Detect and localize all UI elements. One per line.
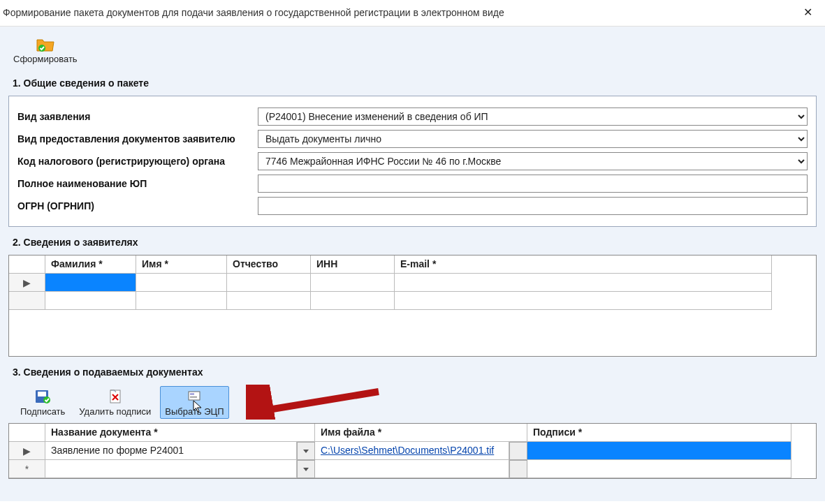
applicants-grid[interactable]: Фамилия * Имя * Отчество ИНН E-mail * ▶ [8, 255, 817, 357]
tax-code-select[interactable]: 7746 Межрайонная ИФНС России № 46 по г.М… [258, 152, 808, 170]
application-type-select[interactable]: (Р24001) Внесение изменений в сведения о… [258, 108, 808, 126]
ogrn-input[interactable] [258, 197, 808, 215]
row-handle[interactable] [9, 292, 45, 310]
file-link-cell[interactable]: C:\Users\Sehmet\Documents\P24001.tif [315, 442, 509, 460]
lastname-cell[interactable] [45, 274, 136, 292]
file-browse-button[interactable] [509, 460, 527, 478]
floppy-check-icon [33, 388, 52, 405]
close-icon[interactable]: ✕ [799, 4, 817, 20]
signatures-cell[interactable] [527, 460, 791, 478]
file-browse-button[interactable] [509, 442, 527, 460]
sign-label: Подписать [20, 406, 65, 417]
svg-rect-5 [189, 392, 200, 400]
window-title: Формирование пакета документов для подач… [3, 7, 504, 18]
delete-sign-button[interactable]: Удалить подписи [74, 386, 156, 419]
table-row[interactable] [9, 292, 816, 310]
table-row[interactable]: * [9, 460, 816, 478]
col-handle [9, 424, 45, 442]
form-package-label: Сформировать [13, 54, 78, 64]
patronymic-cell[interactable] [227, 274, 311, 292]
file-link-cell[interactable] [315, 460, 509, 478]
col-lastname: Фамилия * [45, 255, 136, 274]
application-type-label: Вид заявления [17, 111, 258, 122]
row-handle[interactable]: * [9, 460, 45, 478]
delivery-label: Вид предоставления документов заявителю [17, 133, 258, 144]
full-name-label: Полное наименование ЮП [17, 178, 258, 189]
col-file-name: Имя файла * [315, 424, 527, 442]
row-handle[interactable]: ▶ [9, 274, 45, 292]
folder-check-icon [36, 36, 55, 52]
delivery-select[interactable]: Выдать документы лично [258, 130, 808, 148]
signatures-cell[interactable] [527, 442, 791, 460]
tax-code-label: Код налогового (регистрирующего) органа [17, 156, 258, 167]
section2-title: 2. Сведения о заявителях [13, 237, 817, 248]
svg-rect-7 [190, 396, 197, 398]
table-row[interactable]: ▶ [9, 274, 816, 292]
form-package-button[interactable]: Сформировать [8, 34, 82, 66]
col-patronymic: Отчество [227, 255, 311, 274]
ogrn-label: ОГРН (ОГРНИП) [17, 200, 258, 212]
section3-title: 3. Сведения о подаваемых документах [13, 366, 817, 378]
documents-grid[interactable]: Название документа * Имя файла * Подписи… [8, 423, 817, 479]
delete-sign-label: Удалить подписи [79, 406, 151, 417]
firstname-cell[interactable] [136, 274, 227, 292]
certificate-icon [184, 388, 204, 405]
full-name-input[interactable] [258, 175, 808, 193]
col-signatures: Подписи * [527, 424, 791, 442]
row-handle[interactable]: ▶ [9, 442, 45, 460]
email-cell[interactable] [395, 274, 772, 292]
col-doc-name: Название документа * [45, 424, 315, 442]
col-email: E-mail * [395, 255, 772, 274]
section1-title: 1. Общие сведения о пакете [13, 77, 817, 89]
svg-rect-6 [190, 393, 194, 395]
col-inn: ИНН [311, 255, 395, 274]
file-link[interactable]: C:\Users\Sehmet\Documents\P24001.tif [321, 445, 494, 456]
table-row[interactable]: ▶ Заявление по форме Р24001 C:\Users\Seh… [9, 442, 816, 460]
choose-ecp-button[interactable]: Выбрать ЭЦП [160, 386, 228, 419]
col-handle [9, 255, 45, 274]
svg-rect-2 [38, 392, 46, 396]
page-delete-icon [105, 388, 125, 405]
choose-ecp-label: Выбрать ЭЦП [165, 406, 224, 417]
doc-name-dropdown[interactable] [297, 442, 315, 460]
col-firstname: Имя * [136, 255, 227, 274]
sign-button[interactable]: Подписать [15, 386, 70, 419]
doc-name-dropdown[interactable] [297, 460, 315, 478]
inn-cell[interactable] [311, 274, 395, 292]
doc-name-cell[interactable]: Заявление по форме Р24001 [45, 442, 297, 460]
doc-name-cell[interactable] [45, 460, 297, 478]
